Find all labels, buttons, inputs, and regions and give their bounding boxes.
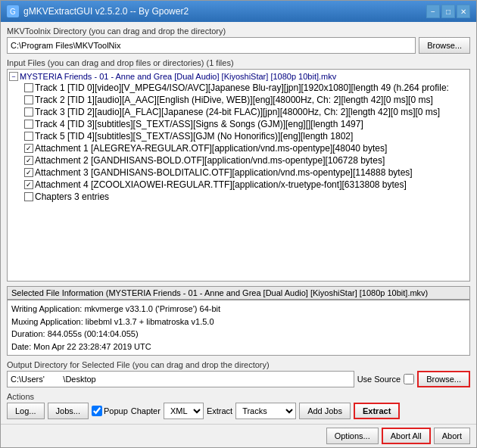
root-item-text: MYSTERIA Friends - 01 - Anne and Grea [D… [20,72,336,81]
popup-label: Popup [104,406,128,415]
abort-all-button[interactable]: Abort All [382,428,431,444]
expand-icon[interactable]: − [9,72,18,81]
track-3-text: Track 4 [TID 3][subtitles][S_TEXT/ASS][S… [35,119,363,129]
close-button[interactable]: ✕ [457,5,470,18]
mkv-directory-input[interactable] [7,37,416,54]
track-2-text: Track 3 [TID 2][audio][A_FLAC][Japanese … [35,107,440,117]
tree-attach-2[interactable]: Attachment 2 [GANDHISANS-BOLD.OTF][appli… [9,154,468,166]
actions-section: Actions Log... Jobs... Popup Chapter XML… [7,392,470,419]
tree-root-item[interactable]: − MYSTERIA Friends - 01 - Anne and Grea … [9,71,468,82]
output-section-label: Output Directory for Selected File (you … [7,360,470,369]
popup-checkbox-container: Popup [92,406,128,416]
file-tree-container: − MYSTERIA Friends - 01 - Anne and Grea … [7,69,470,282]
mkv-section: MKVToolnix Directory (you can drag and d… [7,26,470,54]
title-controls: − □ ✕ [426,5,470,18]
track-0-text: Track 1 [TID 0][video][V_MPEG4/ISO/AVC][… [35,82,449,93]
log-button[interactable]: Log... [7,403,45,419]
tree-track-1[interactable]: Track 2 [TID 1][audio][A_AAC][English (H… [9,94,468,106]
track-2-checkbox[interactable] [24,107,33,117]
abort-button[interactable]: Abort [434,428,470,444]
file-info-line-0: Writing Application: mkvmerge v33.1.0 ('… [11,303,466,316]
attach-4-checkbox[interactable] [24,180,33,189]
attach-2-checkbox[interactable] [24,156,33,165]
chapters-text: Chapters 3 entries [35,191,109,202]
file-tree[interactable]: − MYSTERIA Friends - 01 - Anne and Grea … [8,70,469,281]
file-info-line-3: Date: Mon Apr 22 23:28:47 2019 UTC [11,341,466,353]
maximize-button[interactable]: □ [441,5,455,18]
options-button[interactable]: Options... [326,428,379,444]
output-input-row: Use Source Browse... [7,371,470,387]
attach-1-text: Attachment 1 [ALEGREYA-REGULAR.OTF][appl… [35,143,387,154]
track-0-checkbox[interactable] [24,83,33,92]
file-info-line-2: Duration: 844.055s (00:14:04.055) [11,328,466,341]
output-section: Output Directory for Selected File (you … [7,360,470,387]
extract-label: Extract [207,406,232,415]
use-source-label: Use Source [357,375,401,384]
output-directory-input[interactable] [7,371,354,387]
attach-3-checkbox[interactable] [24,168,33,177]
app-icon-letter: G [10,8,16,16]
mkv-section-label: MKVToolnix Directory (you can drag and d… [7,26,470,36]
use-source-checkbox[interactable] [404,374,414,384]
attach-3-text: Attachment 3 [GANDHISANS-BOLDITALIC.OTF]… [35,167,413,178]
popup-checkbox[interactable] [92,406,102,416]
chapters-checkbox[interactable] [24,192,33,201]
title-bar: G gMKVExtractGUI v2.5.2.0 -- By Gpower2 … [1,1,476,22]
file-info-box: Writing Application: mkvmerge v33.1.0 ('… [7,300,470,356]
use-source-row: Use Source [357,374,414,384]
main-window: G gMKVExtractGUI v2.5.2.0 -- By Gpower2 … [0,0,477,448]
track-3-checkbox[interactable] [24,120,33,129]
tree-track-3[interactable]: Track 4 [TID 3][subtitles][S_TEXT/ASS][S… [9,118,468,130]
title-bar-left: G gMKVExtractGUI v2.5.2.0 -- By Gpower2 [7,5,189,17]
mkv-browse-button[interactable]: Browse... [419,37,470,54]
file-info-line-1: Muxing Application: libebml v1.3.7 + lib… [11,316,466,328]
app-title: gMKVExtractGUI v2.5.2.0 -- By Gpower2 [23,6,189,17]
file-info-section: Selected File Information (MYSTERIA Frie… [7,286,470,356]
track-4-checkbox[interactable] [24,132,33,141]
extract-button[interactable]: Extract [354,403,400,419]
output-browse-button[interactable]: Browse... [417,371,470,387]
tree-chapters[interactable]: Chapters 3 entries [9,191,468,203]
file-info-title: Selected File Information (MYSTERIA Frie… [7,286,470,300]
input-section-label: Input Files (you can drag and drop files… [7,58,470,67]
bottom-bar: Options... Abort All Abort [1,424,476,447]
track-4-text: Track 5 [TID 4][subtitles][S_TEXT/ASS][G… [35,131,353,142]
attach-4-text: Attachment 4 [ZCOOLXIAOWEI-REGULAR.TTF][… [35,179,407,190]
tree-attach-3[interactable]: Attachment 3 [GANDHISANS-BOLDITALIC.OTF]… [9,166,468,179]
attach-1-checkbox[interactable] [24,144,33,153]
actions-label: Actions [7,392,470,401]
tree-attach-4[interactable]: Attachment 4 [ZCOOLXIAOWEI-REGULAR.TTF][… [9,179,468,191]
chapter-label: Chapter [131,406,161,415]
tree-attach-1[interactable]: Attachment 1 [ALEGREYA-REGULAR.OTF][appl… [9,142,468,154]
mkv-input-row: Browse... [7,37,470,54]
input-section: Input Files (you can drag and drop files… [7,58,470,282]
chapter-format-select[interactable]: XML [164,403,204,419]
add-jobs-button[interactable]: Add Jobs [299,403,351,419]
attach-2-text: Attachment 2 [GANDHISANS-BOLD.OTF][appli… [35,155,385,166]
actions-row: Log... Jobs... Popup Chapter XML Extract… [7,403,470,419]
track-1-checkbox[interactable] [24,95,33,104]
jobs-button[interactable]: Jobs... [48,403,89,419]
tracks-select[interactable]: Tracks [235,403,296,419]
minimize-button[interactable]: − [426,5,440,18]
app-icon: G [7,5,19,17]
tree-track-2[interactable]: Track 3 [TID 2][audio][A_FLAC][Japanese … [9,106,468,118]
tree-track-4[interactable]: Track 5 [TID 4][subtitles][S_TEXT/ASS][G… [9,130,468,142]
main-content: MKVToolnix Directory (you can drag and d… [1,22,476,424]
tree-track-0[interactable]: Track 1 [TID 0][video][V_MPEG4/ISO/AVC][… [9,82,468,94]
track-1-text: Track 2 [TID 1][audio][A_AAC][English (H… [35,95,433,105]
